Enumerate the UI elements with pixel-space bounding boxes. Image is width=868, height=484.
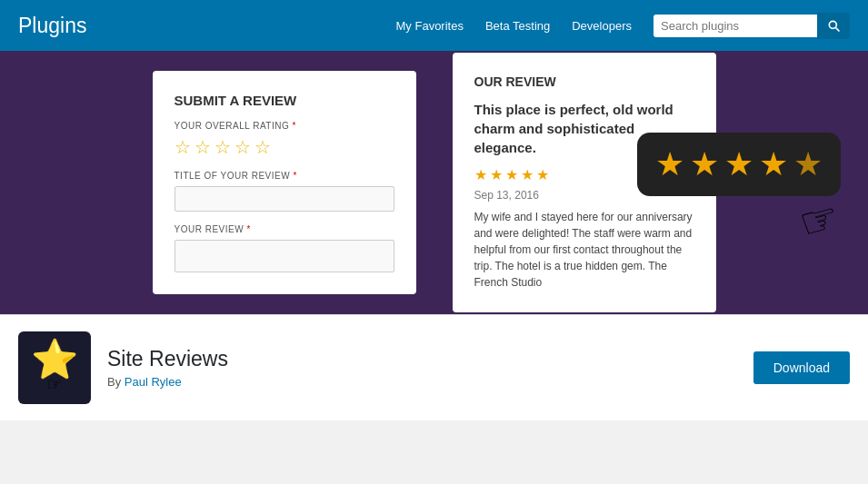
search-icon — [826, 18, 841, 33]
review-textarea[interactable] — [175, 240, 394, 272]
filled-star-2: ★ — [490, 166, 503, 183]
filled-star-5: ★ — [536, 166, 549, 183]
float-star-1: ★ — [655, 145, 684, 183]
our-review-title: OUR REVIEW — [474, 74, 694, 89]
review-body: My wife and I stayed here for our annive… — [474, 209, 694, 291]
filled-star-4: ★ — [521, 166, 534, 183]
floating-stars-overlay: ★ ★ ★ ★ ★ — [637, 133, 841, 196]
plugin-info-section: ⭐ ☞ Site Reviews By Paul Rylee Download — [0, 314, 868, 420]
star-4[interactable]: ☆ — [234, 136, 251, 158]
float-star-2: ★ — [690, 145, 719, 183]
filled-star-1: ★ — [474, 166, 487, 183]
page-title: Plugins — [18, 14, 86, 38]
float-star-4: ★ — [759, 145, 788, 183]
search-form — [653, 13, 850, 39]
search-input[interactable] — [653, 15, 817, 37]
plugin-name: Site Reviews — [107, 347, 737, 371]
filled-star-3: ★ — [505, 166, 518, 183]
hand-pointer-icon: ☞ — [793, 190, 844, 249]
float-star-5: ★ — [793, 145, 823, 183]
star-1[interactable]: ☆ — [175, 136, 191, 158]
submit-review-card: Submit a Review YOUR OVERALL RATING * ☆ … — [153, 71, 416, 294]
plugin-author-link[interactable]: Paul Rylee — [125, 375, 182, 389]
plugin-meta: Site Reviews By Paul Rylee — [107, 347, 737, 389]
download-button[interactable]: Download — [753, 351, 850, 384]
star-3[interactable]: ☆ — [215, 136, 231, 158]
main-nav: My Favorites Beta Testing Developers — [396, 13, 850, 39]
plugin-banner: Submit a Review YOUR OVERALL RATING * ☆ … — [0, 51, 868, 314]
submit-review-title: Submit a Review — [175, 93, 394, 108]
plugin-author: By Paul Rylee — [107, 375, 737, 389]
plugin-icon: ⭐ ☞ — [18, 331, 91, 404]
header: Plugins My Favorites Beta Testing Develo… — [0, 0, 868, 51]
search-button[interactable] — [817, 13, 850, 39]
rating-label: YOUR OVERALL RATING * — [175, 121, 394, 131]
nav-developers[interactable]: Developers — [572, 19, 632, 33]
star-5[interactable]: ☆ — [254, 136, 271, 158]
star-2[interactable]: ☆ — [195, 136, 211, 158]
title-input[interactable] — [175, 186, 394, 212]
review-label: YOUR REVIEW * — [175, 224, 394, 234]
rating-stars[interactable]: ☆ ☆ ☆ ☆ ☆ — [175, 136, 394, 158]
nav-beta-testing[interactable]: Beta Testing — [485, 19, 550, 33]
float-star-3: ★ — [724, 145, 753, 183]
title-label: TITLE OF YOUR REVIEW * — [175, 171, 394, 181]
nav-my-favorites[interactable]: My Favorites — [396, 19, 464, 33]
